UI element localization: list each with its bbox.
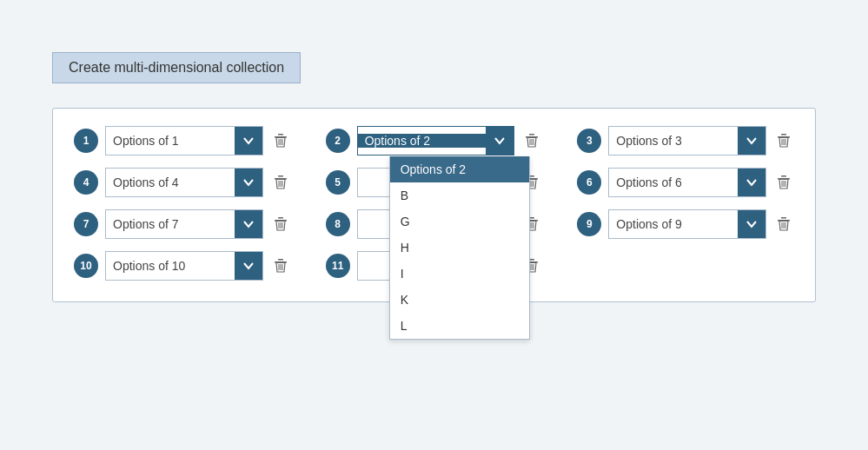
page-title: Create multi-dimensional collection	[52, 52, 301, 83]
svg-rect-26	[781, 175, 786, 177]
page-container: Create multi-dimensional collection 1 Op…	[0, 0, 868, 337]
svg-rect-36	[529, 217, 534, 219]
number-badge-2: 2	[326, 129, 350, 153]
dropdown-menu-2: Options of 2 B G H I K L	[389, 156, 530, 340]
chevron-down-icon	[242, 218, 255, 230]
select-label-1: Options of 1	[106, 134, 235, 148]
select-label-10: Options of 10	[106, 259, 235, 273]
select-chevron-3[interactable]	[738, 127, 765, 155]
dropdown-item-6[interactable]: L	[390, 313, 529, 339]
svg-rect-41	[781, 217, 786, 219]
svg-rect-16	[278, 175, 283, 177]
number-badge-7: 7	[74, 212, 98, 236]
select-wrapper-6[interactable]: Options of 6	[608, 168, 766, 197]
trash-icon	[274, 175, 288, 190]
chevron-down-icon	[745, 135, 758, 147]
field-row-3: 3 Options of 3	[577, 126, 794, 156]
svg-rect-31	[278, 217, 283, 219]
select-label-4: Options of 4	[106, 175, 235, 189]
number-badge-8: 8	[326, 212, 350, 236]
select-chevron-4[interactable]	[235, 169, 262, 196]
svg-rect-46	[278, 259, 283, 261]
number-badge-9: 9	[577, 212, 601, 236]
number-badge-10: 10	[74, 254, 98, 278]
field-row-4: 4 Options of 4	[74, 168, 291, 197]
field-row-7: 7 Options of 7	[74, 209, 291, 239]
trash-icon	[525, 133, 539, 149]
field-row-6: 6 Options of 6	[577, 168, 794, 197]
delete-button-7[interactable]	[270, 215, 291, 234]
chevron-down-icon	[494, 135, 506, 147]
dropdown-item-2[interactable]: G	[390, 208, 529, 235]
delete-button-1[interactable]	[270, 131, 291, 150]
trash-icon	[274, 216, 288, 232]
select-wrapper-1[interactable]: Options of 1	[105, 126, 263, 156]
field-row-9: 9 Options of 9	[577, 209, 794, 239]
number-badge-1: 1	[74, 129, 98, 153]
delete-button-9[interactable]	[773, 215, 794, 234]
select-chevron-10[interactable]	[235, 252, 262, 280]
select-wrapper-2[interactable]: Options of 2 Options of 2 B G H I K	[357, 126, 515, 156]
select-wrapper-3[interactable]: Options of 3	[608, 126, 766, 156]
select-label-7: Options of 7	[106, 217, 235, 231]
dropdown-item-5[interactable]: K	[390, 287, 529, 313]
delete-button-6[interactable]	[773, 173, 794, 192]
field-row-10: 10 Options of 10	[74, 251, 291, 281]
chevron-down-icon	[745, 176, 758, 189]
svg-rect-1	[278, 134, 283, 136]
delete-button-4[interactable]	[270, 173, 291, 192]
number-badge-11: 11	[326, 254, 350, 278]
select-wrapper-10[interactable]: Options of 10	[105, 251, 263, 281]
dropdown-item-0[interactable]: Options of 2	[390, 156, 529, 182]
svg-rect-6	[529, 134, 534, 136]
trash-icon	[777, 175, 791, 190]
collection-box: 1 Options of 1	[52, 108, 816, 302]
dropdown-item-1[interactable]: B	[390, 182, 529, 208]
trash-icon	[777, 133, 791, 149]
select-chevron-1[interactable]	[235, 127, 262, 155]
select-wrapper-4[interactable]: Options of 4	[105, 168, 263, 197]
select-label-2: Options of 2	[358, 134, 487, 148]
dropdown-item-3[interactable]: H	[390, 235, 529, 261]
select-label-3: Options of 3	[609, 134, 738, 148]
svg-rect-51	[529, 259, 534, 261]
chevron-down-icon	[242, 260, 255, 272]
select-chevron-6[interactable]	[738, 169, 765, 196]
trash-icon	[777, 216, 791, 232]
select-wrapper-7[interactable]: Options of 7	[105, 209, 263, 239]
delete-button-10[interactable]	[270, 256, 291, 275]
number-badge-4: 4	[74, 170, 98, 195]
select-chevron-9[interactable]	[738, 210, 765, 238]
chevron-down-icon	[242, 135, 255, 147]
svg-rect-11	[781, 134, 786, 136]
fields-grid: 1 Options of 1	[74, 126, 794, 281]
trash-icon	[274, 133, 288, 149]
select-wrapper-9[interactable]: Options of 9	[608, 209, 766, 239]
field-row-1: 1 Options of 1	[74, 126, 291, 156]
select-label-9: Options of 9	[609, 217, 738, 231]
trash-icon	[274, 258, 288, 274]
number-badge-5: 5	[326, 170, 350, 195]
number-badge-3: 3	[577, 129, 601, 153]
field-row-2: 2 Options of 2 Options of 2 B G H	[326, 126, 543, 156]
select-label-6: Options of 6	[609, 175, 738, 189]
dropdown-item-4[interactable]: I	[390, 261, 529, 287]
select-chevron-2[interactable]	[486, 127, 514, 155]
delete-button-2[interactable]	[521, 131, 542, 150]
svg-rect-21	[529, 175, 534, 177]
delete-button-3[interactable]	[773, 131, 794, 150]
chevron-down-icon	[745, 218, 758, 230]
number-badge-6: 6	[577, 170, 601, 195]
select-chevron-7[interactable]	[235, 210, 262, 238]
chevron-down-icon	[242, 176, 255, 189]
